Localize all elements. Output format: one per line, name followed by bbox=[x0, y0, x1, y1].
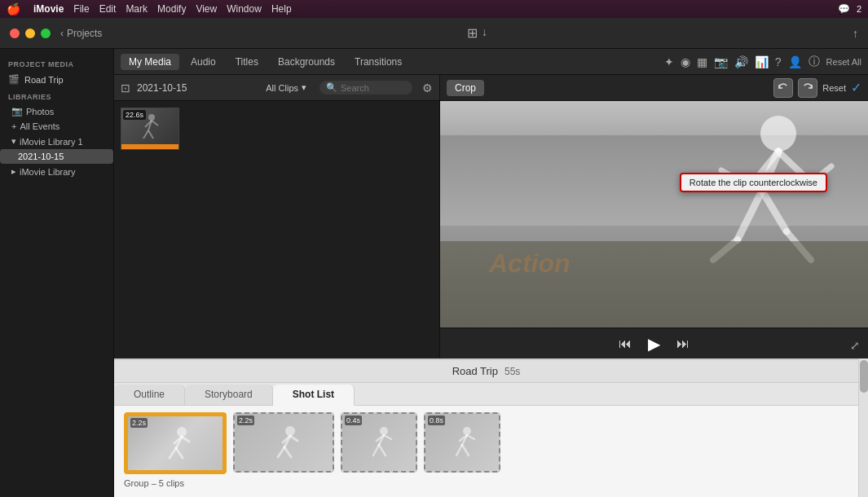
dropdown-arrow-icon: ▾ bbox=[302, 82, 306, 93]
info-icon[interactable]: ⓘ bbox=[809, 55, 820, 69]
tab-transitions[interactable]: Transitions bbox=[346, 54, 410, 70]
checkmark-icon[interactable]: ✓ bbox=[851, 80, 861, 95]
preview-panel: Crop bbox=[440, 75, 868, 358]
clip-item-3[interactable]: 0.4s bbox=[341, 412, 417, 473]
search-box[interactable]: 🔍 bbox=[319, 81, 412, 95]
chevron-right-icon: ▸ bbox=[11, 166, 16, 177]
menu-window[interactable]: Window bbox=[227, 3, 262, 15]
all-clips-label: All Clips bbox=[266, 83, 298, 93]
volume-icon[interactable]: 🔊 bbox=[734, 55, 748, 68]
timeline-area: Road Trip 55s Outline Storyboard Shot Li… bbox=[114, 358, 858, 497]
skip-back-button[interactable]: ⏮ bbox=[619, 336, 632, 351]
menu-modify[interactable]: Modify bbox=[157, 3, 186, 15]
clip-thumbnail[interactable]: 22.6s bbox=[121, 108, 179, 150]
fullscreen-icon[interactable]: ⤢ bbox=[850, 339, 860, 352]
grid-icon: ⊡ bbox=[121, 81, 130, 95]
menu-mark[interactable]: Mark bbox=[126, 3, 148, 15]
svg-point-0 bbox=[148, 114, 155, 121]
back-to-projects[interactable]: ‹ Projects bbox=[60, 28, 102, 39]
skip-forward-button[interactable]: ⏭ bbox=[676, 336, 690, 351]
clip-duration-1: 2.2s bbox=[130, 418, 148, 428]
rotate-tooltip: Rotate the clip counterclockwise bbox=[680, 173, 827, 192]
color-wheel-icon[interactable]: ◉ bbox=[681, 55, 690, 68]
video-preview: Action bbox=[440, 101, 868, 328]
titlebar: ‹ Projects ⊞ ↓ ↑ bbox=[0, 18, 868, 49]
libraries-label: Libraries bbox=[0, 88, 113, 103]
rotate-ccw-icon[interactable] bbox=[773, 78, 793, 98]
svg-line-24 bbox=[278, 447, 284, 457]
svg-line-5 bbox=[152, 121, 158, 125]
svg-line-25 bbox=[284, 447, 291, 457]
tab-storyboard[interactable]: Storyboard bbox=[185, 385, 273, 405]
crop-button[interactable]: Crop bbox=[447, 80, 484, 96]
imovie-library-label: iMovie Library bbox=[20, 167, 75, 177]
tab-outline[interactable]: Outline bbox=[114, 385, 185, 405]
sidebar: Project Media 🎬 Road Trip Libraries 📷 Ph… bbox=[0, 49, 114, 497]
chart-icon[interactable]: 📊 bbox=[755, 55, 769, 68]
tab-audio[interactable]: Audio bbox=[183, 54, 224, 70]
clip-duration-2: 2.2s bbox=[237, 416, 254, 425]
menu-edit[interactable]: Edit bbox=[99, 3, 117, 15]
group-label: Group – 5 clips bbox=[124, 478, 848, 488]
media-browser: ⊡ 2021-10-15 All Clips ▾ 🔍 ⚙ bbox=[114, 75, 440, 358]
window-fullscreen[interactable] bbox=[41, 29, 51, 38]
settings-icon[interactable]: ⚙ bbox=[422, 81, 433, 95]
clip-item-2[interactable]: 2.2s bbox=[233, 412, 334, 473]
media-browser-header: ⊡ 2021-10-15 All Clips ▾ 🔍 ⚙ bbox=[114, 75, 439, 101]
menu-help[interactable]: Help bbox=[271, 3, 292, 15]
preview-toolbar-icons: Reset ✓ bbox=[773, 78, 861, 98]
menubar: 🍎 iMovie File Edit Mark Modify View Wind… bbox=[0, 0, 868, 18]
search-icon: 🔍 bbox=[326, 82, 337, 93]
tab-my-media[interactable]: My Media bbox=[121, 54, 179, 70]
menu-file[interactable]: File bbox=[73, 3, 89, 15]
sidebar-date-2021[interactable]: 2021-10-15 bbox=[0, 149, 113, 164]
timeline-scrollbar[interactable] bbox=[858, 358, 868, 497]
clip-item-1[interactable]: 2.2s bbox=[124, 412, 227, 474]
timeline-header: Road Trip 55s bbox=[114, 360, 858, 383]
svg-line-19 bbox=[176, 448, 183, 458]
help-icon[interactable]: ? bbox=[775, 55, 782, 68]
clip-item-4[interactable]: 0.8s bbox=[424, 412, 500, 473]
reset-label[interactable]: Reset bbox=[822, 83, 846, 93]
sidebar-all-events[interactable]: + All Events bbox=[0, 119, 113, 134]
tab-shot-list[interactable]: Shot List bbox=[273, 385, 355, 406]
window-minimize[interactable] bbox=[25, 29, 35, 38]
reset-all-label[interactable]: Reset All bbox=[826, 57, 861, 67]
preview-toolbar: Crop bbox=[440, 75, 868, 101]
sidebar-imovie-library[interactable]: ▸ iMovie Library bbox=[0, 164, 113, 179]
share-icon[interactable]: ↑ bbox=[853, 27, 858, 40]
sidebar-imovie-library1[interactable]: ▾ iMovie Library 1 bbox=[0, 134, 113, 149]
action-text: Action bbox=[489, 248, 571, 279]
svg-line-8 bbox=[738, 191, 762, 240]
sidebar-item-road-trip[interactable]: 🎬 Road Trip bbox=[0, 71, 113, 88]
clip-figure-1 bbox=[153, 425, 198, 462]
layout-icon[interactable]: ▦ bbox=[697, 55, 707, 68]
imovie-library1-label: iMovie Library 1 bbox=[20, 137, 83, 147]
tab-titles[interactable]: Titles bbox=[227, 54, 267, 70]
person-icon[interactable]: 👤 bbox=[788, 55, 802, 68]
photos-label: Photos bbox=[26, 107, 54, 117]
play-button[interactable]: ▶ bbox=[648, 334, 660, 354]
svg-line-27 bbox=[290, 436, 297, 441]
magic-wand-icon[interactable]: ✦ bbox=[664, 55, 674, 68]
window-close[interactable] bbox=[10, 29, 20, 38]
arrow-down-icon[interactable]: ↓ bbox=[482, 25, 487, 41]
menu-view[interactable]: View bbox=[196, 3, 217, 15]
scroll-thumb[interactable] bbox=[860, 360, 868, 393]
notification-icon[interactable]: 💬 bbox=[838, 3, 850, 15]
svg-point-6 bbox=[760, 116, 796, 152]
apple-icon[interactable]: 🍎 bbox=[7, 2, 20, 15]
tab-backgrounds[interactable]: Backgrounds bbox=[270, 54, 343, 70]
projects-label: Projects bbox=[67, 28, 102, 39]
rotate-cw-icon[interactable] bbox=[798, 78, 817, 98]
main-area: Project Media 🎬 Road Trip Libraries 📷 Ph… bbox=[0, 49, 868, 497]
clips-selector[interactable]: All Clips ▾ bbox=[266, 82, 306, 93]
timeline-title: Road Trip bbox=[452, 365, 498, 377]
plus-icon: + bbox=[11, 121, 16, 131]
sidebar-photos[interactable]: 📷 Photos bbox=[0, 103, 113, 119]
camera-icon[interactable]: 📷 bbox=[714, 55, 728, 68]
svg-line-39 bbox=[467, 435, 474, 439]
search-input[interactable] bbox=[341, 83, 406, 93]
film-icon: 🎬 bbox=[8, 74, 20, 85]
grid-view-icon[interactable]: ⊞ bbox=[467, 25, 478, 41]
